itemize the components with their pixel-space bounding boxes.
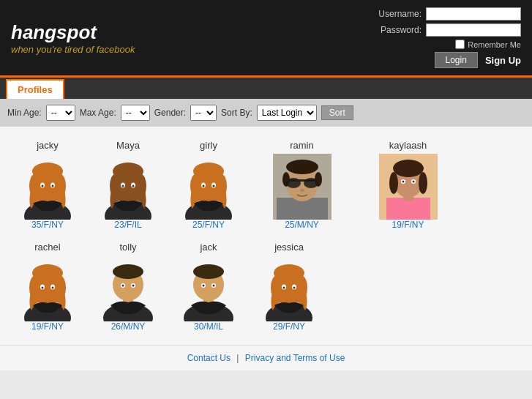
max-age-label: Max Age: bbox=[80, 108, 116, 118]
svg-point-18 bbox=[122, 185, 124, 187]
profile-info: 19/F/NY bbox=[359, 220, 457, 230]
site-title: hangspot bbox=[11, 21, 135, 44]
password-row: Password: bbox=[381, 23, 521, 37]
svg-point-48 bbox=[389, 172, 398, 194]
password-label: Password: bbox=[381, 25, 422, 35]
svg-point-28 bbox=[203, 185, 205, 187]
username-row: Username: bbox=[378, 7, 521, 20]
svg-point-75 bbox=[193, 264, 224, 279]
profile-avatar bbox=[99, 256, 157, 321]
profile-info: 29/F/NY bbox=[252, 321, 326, 332]
footer: Contact Us | Privacy and Terms of Use bbox=[0, 345, 532, 370]
profile-name: jessica bbox=[252, 242, 326, 253]
svg-rect-44 bbox=[386, 198, 430, 220]
profile-cell[interactable]: Maya 23/F/IL bbox=[88, 134, 168, 236]
profile-info: 35/F/NY bbox=[11, 220, 84, 230]
remember-row: Remember Me bbox=[455, 40, 521, 49]
password-input[interactable] bbox=[426, 23, 521, 37]
svg-point-19 bbox=[132, 185, 135, 187]
profile-name: rachel bbox=[11, 242, 84, 253]
profile-avatar bbox=[18, 256, 77, 321]
profile-info: 25/F/NY bbox=[172, 220, 245, 230]
profile-avatar bbox=[179, 256, 238, 321]
sort-label: Sort By: bbox=[221, 108, 252, 118]
profile-avatar bbox=[99, 154, 157, 220]
profile-avatar bbox=[273, 154, 331, 220]
profile-name: tolly bbox=[91, 242, 165, 253]
profile-cell[interactable]: rachel 19/F/NY bbox=[7, 236, 88, 338]
profiles-container: jacky 35/F/NYMaya bbox=[0, 127, 532, 345]
svg-point-39 bbox=[286, 178, 301, 188]
svg-point-70 bbox=[122, 285, 124, 287]
profiles-tab[interactable]: Profiles bbox=[6, 79, 64, 99]
svg-point-63 bbox=[52, 287, 54, 289]
svg-point-79 bbox=[213, 285, 215, 287]
footer-separator: | bbox=[236, 353, 239, 363]
profile-name: Maya bbox=[91, 140, 165, 151]
svg-point-89 bbox=[293, 287, 296, 289]
svg-point-62 bbox=[42, 287, 44, 289]
profile-cell[interactable]: girly 25/F/NY bbox=[168, 134, 249, 236]
svg-point-78 bbox=[203, 285, 205, 287]
svg-point-47 bbox=[393, 160, 424, 177]
profile-avatar bbox=[379, 154, 438, 220]
profiles-grid: jacky 35/F/NYMaya bbox=[7, 134, 525, 338]
svg-point-35 bbox=[286, 160, 318, 174]
profile-info: 25/M/NY bbox=[252, 220, 351, 230]
gender-label: Gender: bbox=[154, 108, 186, 118]
profile-cell[interactable]: ramin 25/M/NY bbox=[249, 134, 355, 236]
header-branding: hangspot when you're tired of facebook bbox=[11, 21, 135, 55]
svg-point-71 bbox=[132, 285, 135, 287]
min-age-select[interactable]: -- 18202530 bbox=[46, 105, 75, 121]
gender-select[interactable]: -- M F bbox=[190, 105, 217, 121]
svg-point-88 bbox=[283, 287, 285, 289]
svg-point-41 bbox=[300, 189, 304, 192]
profile-name: ramin bbox=[252, 140, 351, 151]
profile-name: jacky bbox=[11, 140, 84, 151]
profile-name: jack bbox=[172, 242, 245, 253]
svg-point-52 bbox=[402, 181, 404, 183]
signup-link[interactable]: Sign Up bbox=[485, 55, 521, 66]
profile-cell[interactable]: jacky 35/F/NY bbox=[7, 134, 88, 236]
profile-cell[interactable]: jack 30/M/IL bbox=[168, 236, 249, 338]
profile-cell[interactable]: jessica 29/F/NY bbox=[249, 236, 329, 338]
privacy-link[interactable]: Privacy and Terms of Use bbox=[245, 353, 345, 363]
login-button[interactable]: Login bbox=[435, 52, 478, 68]
profile-avatar bbox=[260, 256, 318, 321]
remember-me-checkbox[interactable] bbox=[455, 40, 465, 49]
username-input[interactable] bbox=[426, 7, 521, 20]
svg-point-9 bbox=[52, 185, 54, 187]
svg-point-29 bbox=[213, 185, 215, 187]
profile-info: 19/F/NY bbox=[11, 321, 84, 332]
header-login: Username: Password: Remember Me Login Si… bbox=[378, 7, 521, 68]
profile-name: kaylaash bbox=[359, 140, 457, 151]
sort-button[interactable]: Sort bbox=[321, 105, 353, 120]
contact-us-link[interactable]: Contact Us bbox=[187, 353, 231, 363]
profile-info: 30/M/IL bbox=[172, 321, 245, 332]
tagline: when you're tired of facebook bbox=[11, 44, 135, 55]
svg-point-53 bbox=[412, 181, 414, 183]
profile-info: 26/M/NY bbox=[91, 321, 165, 332]
profile-info: 23/F/IL bbox=[91, 220, 165, 230]
profile-cell[interactable]: kaylaash 19/F/NY bbox=[355, 134, 461, 236]
sort-select[interactable]: Last Login Age Name bbox=[257, 105, 317, 121]
remember-label: Remember Me bbox=[468, 40, 521, 49]
username-label: Username: bbox=[378, 9, 422, 19]
svg-point-40 bbox=[304, 178, 318, 188]
profile-avatar bbox=[179, 154, 238, 220]
max-age-select[interactable]: -- 25303540 bbox=[121, 105, 150, 121]
login-actions: Login Sign Up bbox=[435, 52, 521, 68]
svg-point-8 bbox=[42, 185, 44, 187]
profile-name: girly bbox=[172, 140, 245, 151]
svg-point-67 bbox=[113, 264, 143, 279]
svg-point-49 bbox=[419, 172, 427, 194]
min-age-label: Min Age: bbox=[7, 108, 42, 118]
header: hangspot when you're tired of facebook U… bbox=[0, 0, 532, 75]
profile-cell[interactable]: tolly 26/M/NY bbox=[88, 236, 168, 338]
navbar: Profiles bbox=[0, 75, 532, 99]
profile-avatar bbox=[18, 154, 77, 220]
filterbar: Min Age: -- 18202530 Max Age: -- 2530354… bbox=[0, 99, 532, 127]
